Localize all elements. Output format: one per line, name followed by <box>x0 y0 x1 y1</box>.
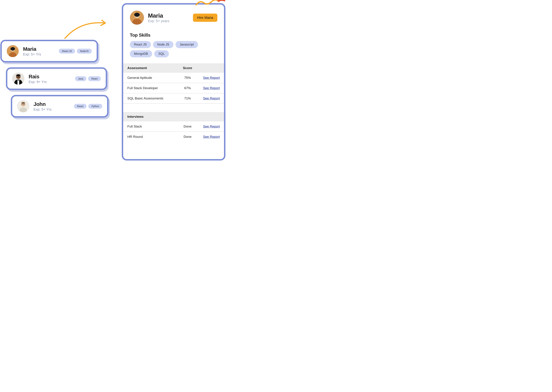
skill-chip: React JS <box>59 49 75 54</box>
assessment-score: 67% <box>180 86 196 90</box>
assessment-score: 71% <box>180 97 196 100</box>
detail-header: Maria Exp: 5+ years Hire Maria <box>130 10 217 25</box>
hire-button[interactable]: Hire Maria <box>193 14 217 22</box>
candidate-name: Maria <box>23 46 55 52</box>
assessment-name: General Aptitude <box>127 76 180 80</box>
avatar <box>17 100 29 112</box>
candidate-detail-panel: Maria Exp: 5+ years Hire Maria Top Skill… <box>122 3 225 161</box>
see-report-link[interactable]: See Report <box>203 125 220 128</box>
skill-chip: React JS <box>130 41 151 48</box>
candidate-exp: Exp: 5+ Yrs <box>34 107 70 112</box>
assessment-name: SQL Basic Assessments <box>127 97 180 100</box>
table-row: SQL Basic Assessments 71% See Report <box>123 93 224 104</box>
skill-chips: Java React <box>75 76 101 81</box>
avatar <box>130 10 144 25</box>
candidate-info: Maria Exp: 5+ Yrs <box>23 46 55 56</box>
candidate-exp: Exp: 5+ Yrs <box>23 52 55 56</box>
skill-chip: Python <box>88 104 102 109</box>
skill-chip: React <box>74 104 87 109</box>
table-row: Full Stack Developer 67% See Report <box>123 83 224 93</box>
see-report-link[interactable]: See Report <box>203 86 220 90</box>
assessment-score: 75% <box>180 76 196 80</box>
candidate-card[interactable]: John Exp: 5+ Yrs React Python <box>11 95 109 118</box>
col-score: Score <box>180 66 196 70</box>
table-row: General Aptitude 75% See Report <box>123 73 224 83</box>
skill-chip: MongoDB <box>130 50 152 57</box>
assessment-name: Full Stack Developer <box>127 86 180 90</box>
assessments-table: Assessment Score General Aptitude 75% Se… <box>123 63 224 142</box>
table-header: Assessment Score <box>123 63 224 73</box>
see-report-link[interactable]: See Report <box>203 97 220 100</box>
skill-chip: NodeJS <box>77 49 92 54</box>
interviews-header: Interviews <box>123 112 224 121</box>
skill-chips: React JS NodeJS <box>59 49 92 54</box>
candidate-name: John <box>34 101 70 107</box>
interview-name: Full Stack <box>127 125 180 128</box>
skill-chip: React <box>88 76 101 81</box>
avatar <box>7 45 19 57</box>
skill-chip: Node JS <box>153 41 173 48</box>
skill-chips: React Python <box>74 104 102 109</box>
detail-exp: Exp: 5+ years <box>148 19 189 23</box>
interview-status: Done <box>180 135 196 139</box>
see-report-link[interactable]: See Report <box>203 135 220 139</box>
skill-chip: Java <box>75 76 87 81</box>
interview-status: Done <box>180 125 196 128</box>
detail-name: Maria <box>148 12 189 19</box>
candidate-card[interactable]: Rais Exp: 9+ Yrs Java React <box>6 67 107 90</box>
skill-chip: SQL <box>154 50 169 57</box>
table-row: Full Stack Done See Report <box>123 121 224 132</box>
skill-chip: Javascript <box>175 41 198 48</box>
skill-chips: React JS Node JS Javascript MongoDB SQL <box>130 41 217 57</box>
col-assessment: Assessment <box>127 66 180 70</box>
arrow-icon <box>63 19 112 40</box>
table-row: HR Round Done See Report <box>123 132 224 142</box>
see-report-link[interactable]: See Report <box>203 76 220 80</box>
candidate-card[interactable]: Maria Exp: 5+ Yrs React JS NodeJS <box>0 40 98 63</box>
detail-name-block: Maria Exp: 5+ years <box>148 12 189 23</box>
candidate-name: Rais <box>29 74 71 80</box>
candidate-list: Maria Exp: 5+ Yrs React JS NodeJS Rais E… <box>0 40 109 118</box>
candidate-exp: Exp: 9+ Yrs <box>29 80 71 84</box>
top-skills-title: Top Skills <box>130 32 217 38</box>
interview-name: HR Round <box>127 135 180 139</box>
candidate-info: Rais Exp: 9+ Yrs <box>29 74 71 84</box>
avatar <box>12 73 24 85</box>
candidate-info: John Exp: 5+ Yrs <box>34 101 70 112</box>
